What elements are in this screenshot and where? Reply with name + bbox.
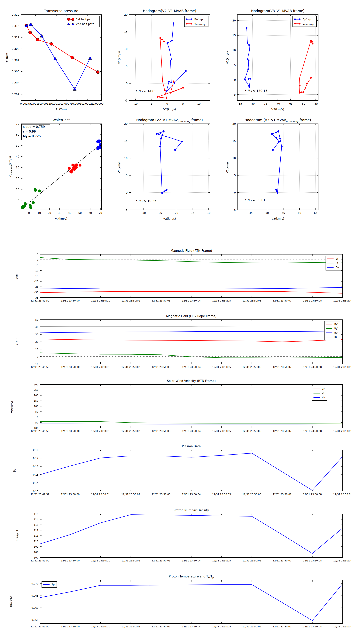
y-tick-label: -25 [34, 285, 38, 288]
x-tick-label: 12/31 23:50:07 [273, 430, 292, 432]
y-tick-label: 114 [34, 518, 38, 521]
x-axis-label: V3(km/s) [272, 108, 284, 111]
x-tick-label: 12/31 23:50:06 [242, 625, 261, 628]
x-axis-label: VA(km/s) [55, 217, 67, 221]
x-tick-label: 12/31 23:50:02 [121, 366, 140, 368]
x-tick-label: 12/31 23:50:02 [121, 299, 140, 302]
chart-hodogram-v2v1-mvav: -30-25-20-15-10-505101520Hodogram (V2_V1… [118, 118, 211, 220]
marker-circle [299, 78, 300, 79]
marker-circle [247, 42, 248, 44]
x-tick-label: 60 [88, 211, 92, 214]
marker-circle [312, 43, 313, 44]
y-tick-label: 0.17 [33, 457, 38, 460]
x-tick-label: 12/31 23:50:01 [91, 299, 110, 302]
legend: VrVtVn [312, 386, 327, 400]
y-tick-label: 20 [232, 122, 236, 125]
figure-root: -0.00175-0.00150-0.00125-0.00100-0.00075… [0, 0, 351, 644]
x-tick-label: 12/31 23:50:00 [61, 559, 79, 562]
chart-mf-fluxrope: 12/31 23:49:5912/31 23:50:0012/31 23:50:… [15, 314, 351, 368]
x-tick-label: 0 [28, 211, 30, 214]
x-tick-label: -5 [150, 102, 152, 105]
x-axis-label: A' (T·m) [55, 108, 67, 111]
y-tick-label: 0 [234, 191, 236, 194]
x-tick-label: 12/31 23:50:09 [333, 299, 351, 302]
x-tick-label: 12/31 23:50:04 [182, 493, 201, 496]
y-tick-label: 115 [34, 512, 38, 516]
y-tick-label: 0 [17, 199, 19, 202]
x-tick-label: 45 [249, 211, 253, 214]
marker-circle [173, 80, 175, 82]
marker-circle [169, 48, 170, 50]
legend-label: Vr [322, 388, 325, 390]
x-tick-label: 12/31 23:50:05 [212, 366, 231, 368]
marker-circle [294, 23, 296, 24]
marker-circle [311, 41, 313, 43]
y-tick-label: 0.15 [33, 473, 38, 476]
y-tick-label: 0.304 [12, 58, 19, 62]
y-tick-label: 5 [234, 174, 236, 177]
y-tick-label: 0.13 [33, 490, 38, 493]
legend-label: Br [336, 258, 338, 260]
marker-circle [68, 167, 71, 170]
x-tick-label: 12/31 23:50:03 [152, 430, 170, 432]
chart-hodogram-v3v1-mvab: -85-80-75-70-65-60-55-505101520Hodogram(… [226, 9, 318, 111]
marker-circle [185, 70, 187, 72]
marker-circle [299, 85, 301, 86]
legend-label: |B| [334, 336, 337, 338]
marker-circle [50, 42, 53, 46]
x-tick-label: 12/31 23:50:08 [303, 299, 322, 302]
x-tick-label: 12/31 23:50:03 [152, 299, 170, 302]
y-tick-label: 109 [34, 545, 38, 548]
x-tick-label: 12/31 23:50:03 [152, 366, 170, 368]
x-tick-label: 12/31 23:50:02 [121, 625, 140, 628]
legend: Tp [42, 582, 57, 588]
chart-title: Plasma Beta [182, 444, 201, 448]
x-tick-label: 12/31 23:49:59 [31, 625, 49, 628]
x-tick-label: 12/31 23:50:01 [91, 493, 110, 496]
x-tick-label: -10 [133, 102, 138, 105]
y-tick-label: 70 [16, 122, 19, 125]
y-tick-label: 0.320 [12, 13, 19, 16]
legend-label: Bn [336, 266, 339, 269]
x-tick-label: 12/31 23:50:04 [182, 430, 201, 432]
y-axis-label: Np(#/cc) [16, 530, 19, 541]
y-tick-label: -30 [34, 291, 38, 294]
marker-circle [275, 189, 277, 191]
y-axis-label: Tp(10⁶K) [9, 596, 12, 608]
marker-circle [159, 146, 161, 148]
legend-label: Vt [322, 392, 325, 394]
x-tick-label: 50 [265, 211, 269, 214]
chart-title: Hodogram (V2_V1 MVAVremaining frame) [136, 118, 203, 122]
marker-circle [99, 146, 102, 148]
marker-circle [168, 81, 170, 82]
chart-title: Proton Temperature and Te/Tp [169, 575, 214, 579]
y-axis-label: Pt' (nPa) [5, 52, 8, 64]
marker-circle [299, 23, 301, 24]
legend-label: By' [334, 327, 338, 330]
marker-circle [294, 18, 296, 20]
x-tick-label: 12/31 23:50:04 [182, 366, 201, 368]
y-tick-label: 10 [16, 188, 19, 191]
y-tick-label: 20 [16, 177, 19, 180]
x-tick-label: 12/31 23:50:09 [333, 559, 351, 562]
marker-circle [170, 60, 171, 61]
marker-circle [275, 136, 277, 138]
legend: B/√μ₀ρVremaining [293, 16, 317, 27]
y-tick-label: -5 [125, 208, 127, 211]
y-tick-label: 20 [124, 13, 127, 16]
marker-circle [303, 91, 304, 93]
marker-circle [156, 133, 158, 135]
x-tick-label: 12/31 23:49:59 [31, 366, 49, 368]
chart-mf-rtn: 12/31 23:49:5912/31 23:50:0012/31 23:50:… [15, 249, 351, 302]
x-tick-label: -0.00150 [30, 102, 41, 105]
x-tick-label: -0.00125 [40, 102, 52, 105]
marker-circle [34, 189, 37, 192]
x-tick-label: 12/31 23:50:01 [91, 366, 110, 368]
x-tick-label: -0.00100 [50, 102, 62, 105]
marker-circle [160, 138, 162, 140]
y-tick-label: 30 [35, 333, 38, 336]
legend: B/√μ₀ρVremaining [184, 16, 208, 27]
y-tick-label: 0.18 [33, 448, 38, 452]
y-tick-label: 0 [126, 82, 127, 85]
marker-circle [98, 140, 101, 143]
